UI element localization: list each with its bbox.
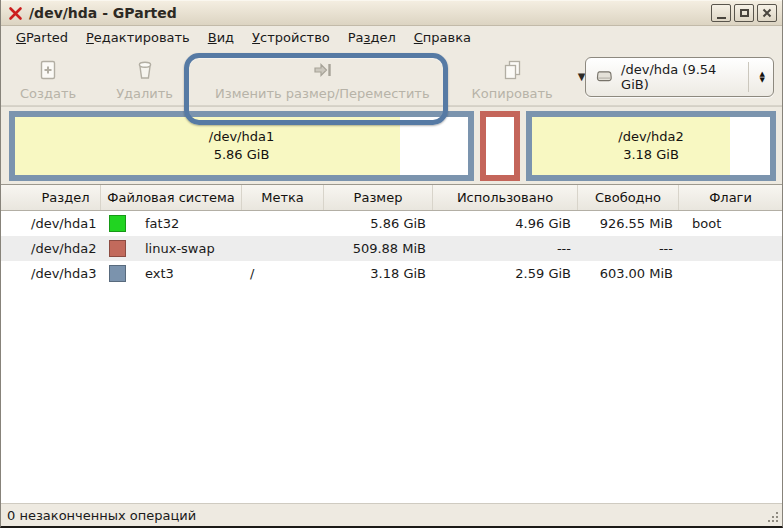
partition-name: /dev/hda2 xyxy=(1,241,101,256)
partition-size: 509.88 MiB xyxy=(324,241,433,256)
mount-label: / xyxy=(242,266,324,281)
partition-free: --- xyxy=(578,241,679,256)
pending-operations-text: 0 незаконченных операций xyxy=(7,508,196,523)
partition-flags: boot xyxy=(679,216,782,231)
partition-visual-hda2-swap[interactable] xyxy=(480,111,520,181)
delete-partition-button[interactable]: Удалить xyxy=(103,50,186,104)
device-selector[interactable]: /dev/hda (9.54 GiB) ▲ ▼ xyxy=(585,57,774,97)
menu-device[interactable]: Устройство xyxy=(243,28,339,47)
filesystem-color-swatch xyxy=(109,215,126,232)
menu-help[interactable]: Справка xyxy=(405,28,480,47)
resize-move-icon xyxy=(309,58,335,82)
header-used[interactable]: Использовано xyxy=(433,185,578,210)
menu-partition[interactable]: Раздел xyxy=(339,28,405,47)
header-size[interactable]: Размер xyxy=(324,185,433,210)
partition-name: /dev/hda3 xyxy=(1,266,101,281)
device-selector-spinner[interactable]: ▲ ▼ xyxy=(755,71,770,83)
partition-visual-label: /dev/hda1 5.86 GiB xyxy=(15,117,468,175)
filesystem-name: linux-swap xyxy=(145,241,215,256)
header-flags[interactable]: Флаги xyxy=(679,185,782,210)
resize-move-button[interactable]: Изменить размер/Переместить xyxy=(202,50,443,104)
minimize-icon xyxy=(717,7,726,19)
resize-grip[interactable] xyxy=(765,509,780,524)
close-icon xyxy=(762,8,772,18)
disk-icon xyxy=(595,69,615,84)
partition-used: --- xyxy=(433,241,578,256)
partition-name: /dev/hda1 xyxy=(1,216,101,231)
table-header-row: Раздел Файловая система Метка Размер Исп… xyxy=(1,185,782,211)
close-button[interactable] xyxy=(757,4,777,22)
statusbar: 0 незаконченных операций xyxy=(1,503,782,526)
new-partition-label: Создать xyxy=(20,86,76,101)
partition-visual-bar: /dev/hda1 5.86 GiB /dev/hda2 3.18 GiB xyxy=(1,106,782,184)
combo-separator xyxy=(748,62,749,92)
maximize-icon xyxy=(740,9,749,17)
header-filesystem[interactable]: Файловая система xyxy=(101,185,242,210)
toolbar: Создать Удалить Изменить размер/Перемест… xyxy=(1,48,782,106)
table-row-hda1[interactable]: /dev/hda1 fat32 5.86 GiB 4.96 GiB 926.55… xyxy=(1,211,782,236)
table-row-hda2[interactable]: /dev/hda2 linux-swap 509.88 MiB --- --- xyxy=(1,236,782,261)
filesystem-name: fat32 xyxy=(145,216,179,231)
new-partition-icon xyxy=(36,58,60,82)
header-free[interactable]: Свободно xyxy=(578,185,679,210)
trash-icon xyxy=(133,58,157,82)
partition-visual-label: /dev/hda2 3.18 GiB xyxy=(532,117,770,175)
copy-partition-label: Копировать xyxy=(472,86,553,101)
partition-used: 4.96 GiB xyxy=(433,216,578,231)
menu-gparted[interactable]: GParted xyxy=(7,28,77,47)
copy-partition-button[interactable]: Копировать xyxy=(459,50,566,104)
partition-used: 2.59 GiB xyxy=(433,266,578,281)
app-icon xyxy=(8,6,23,21)
maximize-button[interactable] xyxy=(734,4,754,22)
partition-table: Раздел Файловая система Метка Размер Исп… xyxy=(1,184,782,503)
spinner-down-icon: ▼ xyxy=(760,77,765,83)
header-partition[interactable]: Раздел xyxy=(1,185,101,210)
copy-icon xyxy=(500,58,524,82)
menubar: GParted Редактировать Вид Устройство Раз… xyxy=(1,26,782,48)
device-selector-value: /dev/hda (9.54 GiB) xyxy=(621,62,740,92)
toolbar-overflow-arrow[interactable]: ▼ xyxy=(578,71,586,82)
header-label[interactable]: Метка xyxy=(242,185,324,210)
menu-view[interactable]: Вид xyxy=(199,28,243,47)
new-partition-button[interactable]: Создать xyxy=(7,50,89,104)
partition-visual-hda1[interactable]: /dev/hda1 5.86 GiB xyxy=(9,111,474,181)
gparted-window: /dev/hda - GParted GParted Редактировать… xyxy=(0,0,783,528)
filesystem-name: ext3 xyxy=(145,266,174,281)
window-title: /dev/hda - GParted xyxy=(29,5,177,21)
partition-free: 603.00 MiB xyxy=(578,266,679,281)
resize-move-label: Изменить размер/Переместить xyxy=(215,86,430,101)
partition-visual-hda3[interactable]: /dev/hda2 3.18 GiB xyxy=(526,111,776,181)
filesystem-color-swatch xyxy=(109,240,126,257)
titlebar: /dev/hda - GParted xyxy=(1,0,782,26)
delete-partition-label: Удалить xyxy=(116,86,173,101)
table-row-hda3[interactable]: /dev/hda3 ext3 / 3.18 GiB 2.59 GiB 603.0… xyxy=(1,261,782,286)
partition-size: 5.86 GiB xyxy=(324,216,433,231)
menu-edit[interactable]: Редактировать xyxy=(77,28,199,47)
minimize-button[interactable] xyxy=(711,4,731,22)
filesystem-color-swatch xyxy=(109,265,126,282)
partition-size: 3.18 GiB xyxy=(324,266,433,281)
partition-free: 926.55 MiB xyxy=(578,216,679,231)
